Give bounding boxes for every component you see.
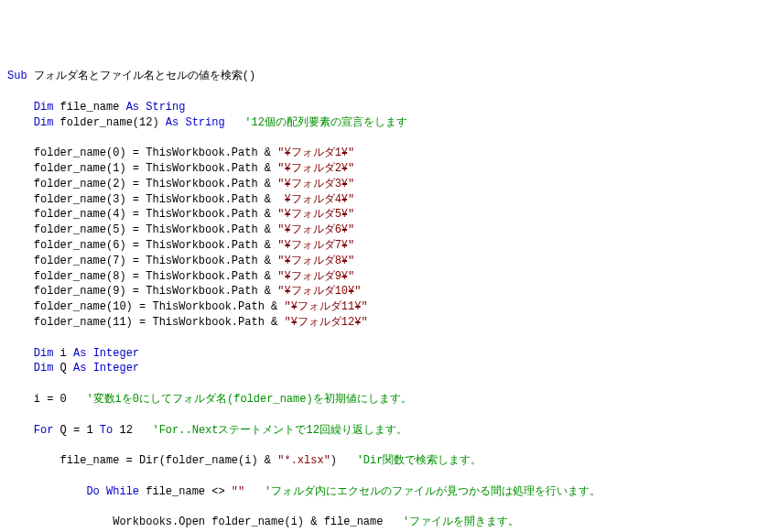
code-token: ) (330, 454, 357, 467)
code-line: folder_name(2) = ThisWorkbook.Path & "¥フ… (7, 177, 751, 192)
code-token (7, 424, 34, 437)
string-token: "¥フォルダ9¥" (277, 270, 354, 283)
keyword-token: As String (126, 101, 186, 114)
code-token (7, 347, 34, 360)
string-token: "*.xlsx" (277, 454, 330, 467)
code-token (244, 485, 265, 498)
code-token: file_name (53, 101, 125, 114)
code-line: folder_name(1) = ThisWorkbook.Path & "¥フ… (7, 161, 751, 177)
string-token: ¥フォルダ4¥" (284, 193, 354, 206)
code-line (7, 469, 751, 484)
code-line: folder_name(5) = ThisWorkbook.Path & "¥フ… (7, 223, 751, 238)
comment-token: '変数iを0にしてフォルダ名(folder_name)を初期値にします。 (86, 393, 411, 406)
keyword-token: Dim (34, 347, 54, 360)
code-line: folder_name(7) = ThisWorkbook.Path & "¥フ… (7, 254, 751, 269)
code-token: 12 (113, 424, 152, 437)
code-line: folder_name(10) = ThisWorkbook.Path & "¥… (7, 299, 751, 315)
code-token: folder_name(8) = ThisWorkbook.Path & (7, 270, 277, 283)
keyword-token: As String (166, 116, 225, 129)
string-token: "¥フォルダ2¥" (277, 162, 354, 175)
string-token: "¥フォルダ5¥" (277, 208, 354, 221)
code-line: Dim file_name As String (7, 100, 751, 115)
string-token: "¥フォルダ8¥" (277, 255, 354, 267)
keyword-token: Dim (34, 116, 54, 129)
code-line: Dim folder_name(12) As String '12個の配列要素の… (7, 115, 751, 131)
code-token: file_name = Dir(folder_name(i) & (7, 454, 277, 467)
code-line (7, 407, 751, 423)
code-token: folder_name(2) = ThisWorkbook.Path & (7, 178, 277, 190)
code-token (7, 101, 34, 114)
code-token: folder_name(10) = ThisWorkbook.Path & (7, 300, 284, 313)
code-token: i (53, 347, 73, 360)
code-token: フォルダ名とファイル名とセルの値を検索() (27, 70, 256, 82)
code-token: Q (53, 362, 73, 375)
comment-token: 'Dir関数で検索します。 (357, 454, 482, 467)
code-token: folder_name(7) = ThisWorkbook.Path & (7, 255, 277, 267)
string-token: "¥フォルダ12¥" (284, 316, 367, 329)
comment-token: 'フォルダ内にエクセルのファイルが見つかる間は処理を行います。 (265, 485, 601, 498)
string-token: "¥フォルダ3¥" (277, 178, 354, 190)
code-line: Do While file_name <> "" 'フォルダ内にエクセルのファイ… (7, 484, 751, 500)
vba-code-block: Sub フォルダ名とファイル名とセルの値を検索() Dim file_name … (7, 69, 751, 532)
code-line (7, 331, 751, 346)
keyword-token: For (34, 424, 54, 437)
keyword-token: Do While (86, 485, 139, 498)
comment-token: 'For..Nextステートメントで12回繰り返します。 (152, 424, 406, 437)
code-token (7, 116, 34, 129)
string-token: "¥フォルダ1¥" (277, 147, 354, 159)
code-line: Dim Q As Integer (7, 361, 751, 376)
keyword-token: As Integer (73, 347, 139, 360)
code-line: folder_name(0) = ThisWorkbook.Path & "¥フ… (7, 146, 751, 161)
code-token: folder_name(12) (53, 116, 165, 129)
keyword-token: Dim (34, 362, 54, 375)
code-token: Q = 1 (53, 424, 99, 437)
comment-token: '12個の配列要素の宣言をします (244, 116, 407, 129)
code-line: Sub フォルダ名とファイル名とセルの値を検索() (7, 69, 751, 84)
code-line: For Q = 1 To 12 'For..Nextステートメントで12回繰り返… (7, 423, 751, 439)
code-line: Workbooks.Open folder_name(i) & file_nam… (7, 515, 751, 530)
keyword-token: Dim (34, 101, 54, 114)
code-token: folder_name(5) = ThisWorkbook.Path & (7, 223, 277, 236)
string-token: "¥フォルダ11¥" (284, 300, 367, 313)
code-token: folder_name(11) = ThisWorkbook.Path & (7, 316, 284, 329)
code-token: folder_name(9) = ThisWorkbook.Path & (7, 285, 277, 298)
comment-token: 'ファイルを開きます。 (403, 516, 519, 528)
code-token: file_name <> (139, 485, 232, 498)
code-line (7, 130, 751, 146)
code-token (7, 362, 34, 375)
code-token: Workbooks.Open folder_name(i) & file_nam… (7, 516, 403, 528)
string-token: "¥フォルダ10¥" (277, 285, 361, 298)
code-line: folder_name(11) = ThisWorkbook.Path & "¥… (7, 315, 751, 331)
code-line: folder_name(6) = ThisWorkbook.Path & "¥フ… (7, 238, 751, 254)
code-token: folder_name(3) = ThisWorkbook.Path & (7, 193, 284, 206)
code-line: folder_name(4) = ThisWorkbook.Path & "¥フ… (7, 207, 751, 223)
code-line: folder_name(8) = ThisWorkbook.Path & "¥フ… (7, 269, 751, 285)
code-token: folder_name(0) = ThisWorkbook.Path & (7, 147, 277, 159)
code-line: Dim i As Integer (7, 346, 751, 362)
code-token (225, 116, 245, 129)
string-token: "¥フォルダ7¥" (277, 239, 354, 252)
code-line (7, 438, 751, 453)
code-token: i = 0 (7, 393, 86, 406)
code-line (7, 84, 751, 100)
keyword-token: As Integer (73, 362, 139, 375)
string-token: "¥フォルダ6¥" (277, 223, 354, 236)
code-line: file_name = Dir(folder_name(i) & "*.xlsx… (7, 453, 751, 469)
code-token: folder_name(1) = ThisWorkbook.Path & (7, 162, 277, 175)
keyword-token: To (100, 424, 113, 437)
code-token (7, 485, 86, 498)
code-token: folder_name(6) = ThisWorkbook.Path & (7, 239, 277, 252)
code-line: i = 0 '変数iを0にしてフォルダ名(folder_name)を初期値にしま… (7, 392, 751, 407)
code-line (7, 376, 751, 392)
code-token: folder_name(4) = ThisWorkbook.Path & (7, 208, 277, 221)
code-line (7, 500, 751, 516)
code-line: folder_name(3) = ThisWorkbook.Path & ¥フォ… (7, 192, 751, 208)
string-token: "" (232, 485, 244, 498)
code-line: folder_name(9) = ThisWorkbook.Path & "¥フ… (7, 284, 751, 299)
keyword-token: Sub (7, 70, 27, 82)
